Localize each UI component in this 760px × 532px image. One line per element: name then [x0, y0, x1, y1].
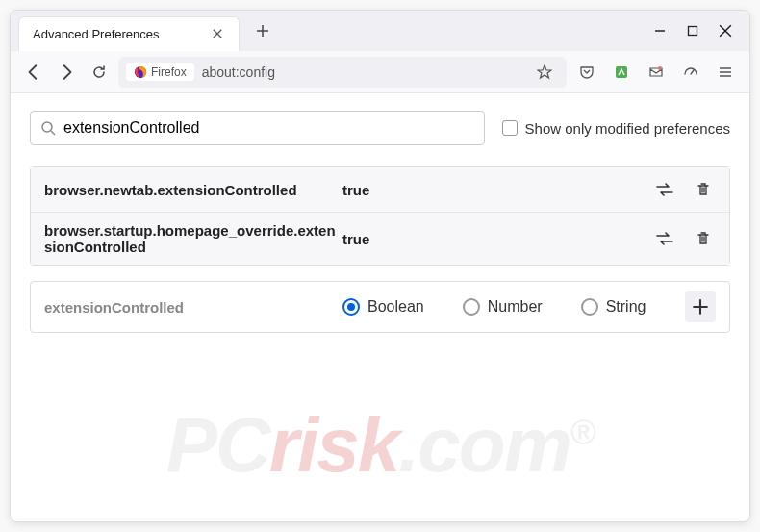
svg-rect-0 — [689, 27, 697, 36]
type-radio-group: Boolean Number String — [342, 298, 685, 316]
radio-label: Number — [488, 298, 543, 316]
watermark-reg: ® — [570, 413, 595, 452]
firefox-label: Firefox — [151, 65, 187, 79]
bookmark-star-icon[interactable] — [530, 59, 559, 86]
reload-button[interactable] — [86, 59, 113, 86]
new-tab-button[interactable] — [249, 17, 276, 44]
pref-name: browser.newtab.extensionControlled — [44, 182, 342, 198]
radio-icon — [581, 298, 598, 316]
watermark: PCrisk.com® — [166, 401, 595, 490]
radio-number[interactable]: Number — [463, 298, 543, 316]
checkbox-label: Show only modified preferences — [525, 120, 730, 137]
firefox-identity-chip[interactable]: Firefox — [126, 63, 194, 81]
preference-search-box[interactable] — [30, 111, 485, 145]
show-modified-checkbox[interactable]: Show only modified preferences — [502, 120, 730, 137]
checkbox-icon — [502, 120, 518, 136]
dashboard-icon[interactable] — [676, 59, 705, 86]
extension-icon[interactable] — [607, 59, 636, 86]
watermark-post: .com — [398, 402, 570, 488]
toggle-button[interactable] — [652, 177, 677, 202]
pref-actions — [652, 177, 716, 202]
svg-point-3 — [658, 66, 662, 70]
pocket-icon[interactable] — [572, 59, 601, 86]
maximize-button[interactable] — [686, 24, 699, 38]
search-input[interactable] — [63, 119, 474, 137]
close-tab-icon[interactable] — [212, 28, 225, 41]
url-text: about:config — [202, 64, 522, 80]
browser-tab[interactable]: Advanced Preferences — [18, 16, 240, 51]
delete-button[interactable] — [691, 226, 716, 251]
svg-point-4 — [42, 122, 52, 132]
forward-button[interactable] — [53, 59, 80, 86]
address-bar[interactable]: Firefox about:config — [118, 57, 567, 88]
tab-title: Advanced Preferences — [33, 27, 160, 41]
add-preference-button[interactable] — [685, 291, 716, 322]
watermark-red: risk — [269, 402, 398, 488]
search-row: Show only modified preferences — [30, 111, 730, 145]
pref-value: true — [342, 231, 652, 247]
pref-name: browser.startup.homepage_override.extens… — [44, 222, 342, 255]
browser-window: Advanced Preferences — [10, 10, 750, 522]
radio-icon — [342, 298, 360, 316]
search-icon — [40, 120, 56, 136]
watermark-pre: PC — [166, 402, 269, 488]
back-button[interactable] — [20, 59, 47, 86]
toggle-button[interactable] — [652, 226, 677, 251]
radio-string[interactable]: String — [581, 298, 646, 316]
close-window-button[interactable] — [719, 24, 732, 38]
menu-button[interactable] — [711, 59, 740, 86]
minimize-button[interactable] — [653, 24, 667, 38]
navigation-toolbar: Firefox about:config — [11, 51, 749, 93]
radio-boolean[interactable]: Boolean — [342, 298, 424, 316]
preferences-table: browser.newtab.extensionControlled true … — [30, 166, 730, 266]
titlebar: Advanced Preferences — [11, 11, 749, 51]
new-preference-row: extensionControlled Boolean Number Strin… — [30, 281, 730, 333]
firefox-icon — [134, 65, 147, 79]
page-content: Show only modified preferences browser.n… — [11, 93, 749, 521]
pref-actions — [652, 226, 716, 251]
radio-icon — [463, 298, 480, 316]
radio-label: String — [606, 298, 646, 316]
radio-label: Boolean — [367, 298, 424, 316]
pref-value: true — [342, 182, 652, 198]
window-controls — [653, 24, 742, 38]
pref-row[interactable]: browser.newtab.extensionControlled true — [31, 167, 729, 213]
delete-button[interactable] — [691, 177, 716, 202]
pref-row[interactable]: browser.startup.homepage_override.extens… — [31, 213, 729, 265]
mail-icon[interactable] — [642, 59, 671, 86]
new-pref-name: extensionControlled — [44, 299, 342, 316]
